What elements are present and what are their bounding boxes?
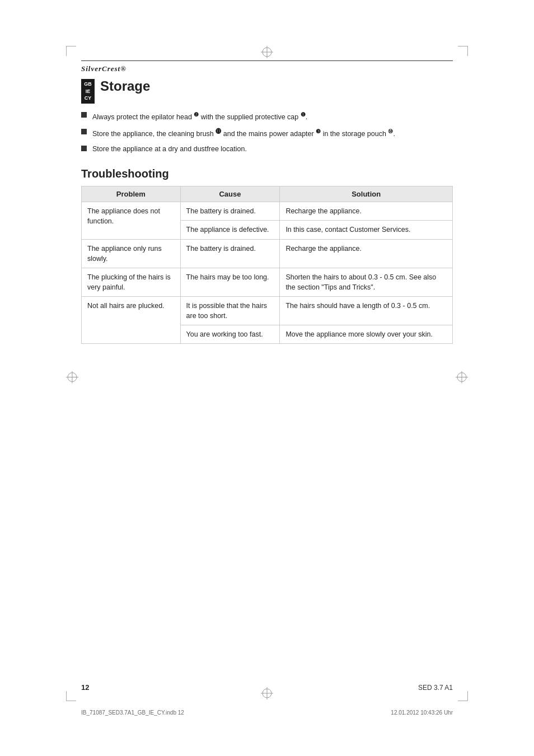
page-code: SED 3.7 A1 (418, 684, 453, 692)
solution-cell-1: Recharge the appliance. (280, 202, 453, 221)
table-header-row: Problem Cause Solution (82, 186, 453, 202)
table-row: The appliance does not function. The bat… (82, 202, 453, 221)
solution-cell-6: Move the appliance more slowly over your… (280, 325, 453, 344)
corner-mark-br (458, 691, 468, 701)
solution-cell-4: Shorten the hairs to about 0.3 - 0.5 cm.… (280, 268, 453, 296)
cause-cell-3: The battery is drained. (180, 239, 280, 268)
bullet-icon-2 (81, 129, 87, 134)
corner-mark-tr (458, 46, 468, 56)
cause-cell-2: The appliance is defective. (180, 221, 280, 239)
cause-cell-5: It is possible that the hairs are too sh… (180, 297, 280, 325)
flag-cy: CY (84, 95, 92, 102)
table-row: Not all hairs are plucked. It is possibl… (82, 297, 453, 325)
solution-cell-2: In this case, contact Customer Services. (280, 221, 453, 239)
solution-cell-3: Recharge the appliance. (280, 239, 453, 268)
content-area: SilverCrest® GB IE CY Storage Always pro… (81, 60, 453, 692)
problem-cell-4: The plucking of the hairs is very painfu… (82, 268, 181, 296)
brand-line: SilverCrest® (81, 60, 453, 73)
storage-bullet-3: Store the appliance at a dry and dustfre… (81, 144, 453, 155)
page-number: 12 (81, 683, 89, 692)
flag-gb: GB (84, 81, 92, 88)
crosshair-top (261, 46, 273, 60)
problem-cell-5: Not all hairs are plucked. (82, 297, 181, 344)
cause-cell-4: The hairs may be too long. (180, 268, 280, 296)
problem-cell-3: The appliance only runs slowly. (82, 239, 181, 268)
storage-bullet-3-text: Store the appliance at a dry and dustfre… (92, 144, 247, 155)
col-problem: Problem (82, 186, 181, 202)
bullet-icon-1 (81, 112, 87, 118)
storage-bullet-1-text: Always protect the epilator head ❷ with … (92, 110, 307, 123)
troubleshooting-title: Troubleshooting (81, 167, 453, 180)
crosshair-mid-left (66, 371, 78, 385)
brand-name: SilverCrest® (81, 64, 127, 73)
solution-cell-5: The hairs should have a length of 0.3 - … (280, 297, 453, 325)
bullet-icon-3 (81, 146, 87, 151)
storage-bullet-1: Always protect the epilator head ❷ with … (81, 110, 453, 123)
page: SilverCrest® GB IE CY Storage Always pro… (0, 0, 534, 756)
section-header: GB IE CY Storage (81, 79, 453, 104)
corner-mark-tl (66, 46, 76, 56)
crosshair-mid-right (456, 371, 468, 385)
file-info: IB_71087_SED3.7A1_GB_IE_CY.indb 12 12.01… (81, 710, 453, 716)
storage-bullet-2: Store the appliance, the cleaning brush … (81, 127, 453, 139)
flag-badge: GB IE CY (81, 79, 95, 104)
cause-cell-6: You are working too fast. (180, 325, 280, 344)
troubleshooting-table: Problem Cause Solution The appliance doe… (81, 186, 453, 344)
storage-bullet-2-text: Store the appliance, the cleaning brush … (92, 127, 395, 139)
flag-ie: IE (84, 88, 92, 95)
storage-title: Storage (100, 79, 150, 94)
page-footer: 12 SED 3.7 A1 (81, 680, 453, 692)
table-row: The plucking of the hairs is very painfu… (82, 268, 453, 296)
cause-cell-1: The battery is drained. (180, 202, 280, 221)
file-info-left: IB_71087_SED3.7A1_GB_IE_CY.indb 12 (81, 710, 184, 716)
corner-mark-bl (66, 691, 76, 701)
col-solution: Solution (280, 186, 453, 202)
file-info-right: 12.01.2012 10:43:26 Uhr (391, 710, 453, 716)
table-row: The appliance only runs slowly. The batt… (82, 239, 453, 268)
col-cause: Cause (180, 186, 280, 202)
problem-cell-1: The appliance does not function. (82, 202, 181, 239)
